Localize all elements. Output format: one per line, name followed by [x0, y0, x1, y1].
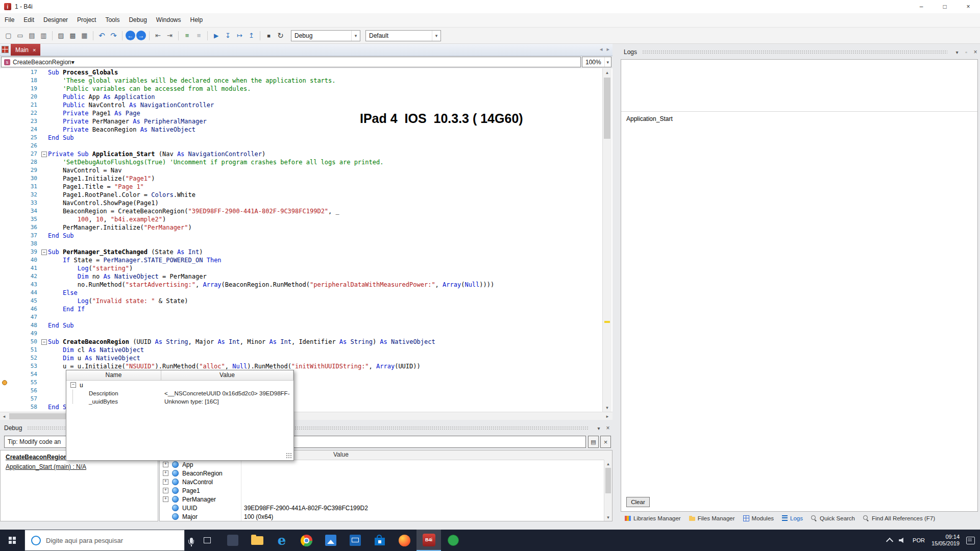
scroll-left-icon[interactable] [0, 412, 8, 420]
collapse-icon[interactable] [41, 152, 47, 157]
paste-code-button[interactable] [588, 436, 599, 448]
code-line[interactable]: 42 Dim no As NativeObject = PerManager [0, 272, 612, 281]
code-line[interactable]: 52 Dim u As NativeObject [0, 354, 612, 362]
run-icon[interactable] [211, 30, 222, 41]
tab-logs[interactable]: Logs [778, 513, 807, 523]
start-button[interactable] [0, 530, 24, 551]
chevron-down-icon[interactable] [604, 57, 611, 67]
code-line[interactable]: 36 PerManager.Initialize("PerManager") [0, 223, 612, 232]
code-line[interactable]: 27Private Sub Application_Start (Nav As … [0, 150, 612, 158]
code-line[interactable]: 48End Sub [0, 321, 612, 330]
code-line[interactable]: 46 End If [0, 305, 612, 313]
menu-item-project[interactable]: Project [72, 13, 101, 27]
code-line[interactable]: 37End Sub [0, 232, 612, 240]
forward-icon[interactable] [136, 31, 146, 40]
taskbar-app-system[interactable] [220, 530, 245, 551]
code-line[interactable]: 43 no.RunMethod("startAdvertising:", Arr… [0, 281, 612, 289]
menu-item-help[interactable]: Help [186, 13, 208, 27]
value-column-header[interactable]: Value [161, 370, 293, 381]
undo-icon[interactable] [96, 30, 107, 41]
minimize-button[interactable]: – [910, 0, 933, 13]
datatip-row[interactable]: _uuidBytesUnknown type: [16C] [66, 397, 293, 406]
build-config-combo[interactable]: Default [365, 30, 441, 41]
expand-icon[interactable] [163, 488, 168, 493]
menu-item-windows[interactable]: Windows [152, 13, 186, 27]
variable-row[interactable]: Major100 (0x64) [160, 512, 612, 521]
code-line[interactable]: 25End Sub [0, 134, 612, 142]
chevron-down-icon[interactable] [71, 59, 75, 66]
maximize-button[interactable]: □ [933, 0, 957, 13]
member-selector-combo[interactable]: s CreateBeaconRegion [1, 57, 581, 67]
tab-close-icon[interactable] [33, 47, 36, 53]
variable-row[interactable]: UUID39ED98FF-2900-441A-802F-9C398FC199D2 [160, 504, 612, 512]
menu-item-file[interactable]: File [0, 13, 19, 27]
close-button[interactable]: × [957, 0, 980, 13]
code-line[interactable]: 28 'SetDebugAutoFlushLogs(True) 'Uncomme… [0, 158, 612, 166]
comment-icon[interactable] [182, 30, 192, 41]
stack-frame-link[interactable]: Application_Start (main) : N/A [6, 463, 153, 470]
clear-logs-button[interactable]: Clear [626, 497, 650, 507]
code-line[interactable]: 51 Dim cl As NativeObject [0, 346, 612, 354]
scrollbar-thumb[interactable] [604, 78, 610, 139]
scroll-right-icon[interactable] [606, 46, 609, 53]
clear-input-button[interactable] [600, 436, 611, 448]
code-line[interactable]: 30 Page1.Initialize("Page1") [0, 174, 612, 183]
variables-scrollbar[interactable] [604, 460, 612, 521]
menu-item-debug[interactable]: Debug [124, 13, 151, 27]
menu-item-designer[interactable]: Designer [39, 13, 72, 27]
pin-icon[interactable] [962, 48, 971, 56]
new-icon[interactable] [3, 30, 14, 41]
code-line[interactable]: 32 Page1.RootPanel.Color = Colors.White [0, 191, 612, 199]
code-line[interactable]: 33 NavControl.ShowPage(Page1) [0, 199, 612, 207]
microphone-button[interactable] [185, 530, 198, 551]
code-line[interactable]: 38 [0, 240, 612, 248]
stop-icon[interactable] [263, 30, 274, 41]
variable-row[interactable]: NavControl [160, 478, 612, 486]
speaker-icon[interactable] [899, 537, 906, 543]
tab-files[interactable]: Files Manager [685, 513, 739, 523]
tab-modules[interactable]: Modules [739, 513, 778, 523]
chevron-down-icon[interactable] [351, 31, 360, 41]
taskbar-app-firefox[interactable] [392, 530, 416, 551]
code-line[interactable]: 20 Public App As Application [0, 93, 612, 101]
step-over-icon[interactable] [234, 30, 245, 41]
code-line[interactable]: 40 If State = PerManager.STATE_POWERED_O… [0, 256, 612, 264]
chevron-down-icon[interactable] [952, 48, 962, 56]
step-into-icon[interactable] [223, 30, 233, 41]
tray-expand-icon[interactable] [886, 537, 893, 544]
chevron-down-icon[interactable] [594, 424, 603, 432]
code-editor[interactable]: 17Sub Process_Globals18 'These global va… [0, 68, 612, 412]
taskbar-app-android[interactable] [441, 530, 465, 551]
tab-libraries[interactable]: Libraries Manager [621, 513, 685, 523]
clock[interactable]: 09:14 15/05/2019 [932, 534, 960, 547]
taskbar-app-photos[interactable] [318, 530, 343, 551]
copy-icon[interactable] [67, 30, 78, 41]
paste-icon[interactable] [79, 30, 90, 41]
tab-findref[interactable]: Find All References (F7) [859, 513, 939, 523]
taskbar-app-mail[interactable] [343, 530, 368, 551]
code-line[interactable]: 26 [0, 142, 612, 150]
expand-icon[interactable] [163, 470, 168, 476]
expand-icon[interactable] [163, 479, 168, 485]
collapse-icon[interactable] [41, 249, 47, 255]
menu-item-tools[interactable]: Tools [101, 13, 124, 27]
variable-row[interactable]: App [160, 460, 612, 469]
expand-icon[interactable] [163, 496, 168, 502]
scroll-down-icon[interactable] [603, 404, 611, 412]
code-line[interactable]: 17Sub Process_Globals [0, 68, 612, 77]
expand-icon[interactable] [163, 462, 168, 467]
taskbar-app-b4i[interactable]: B4i [416, 530, 441, 551]
datatip-root-row[interactable]: u [66, 381, 293, 389]
datatip-row[interactable]: Description<__NSConcreteUUID 0x16d5d2c0>… [66, 389, 293, 397]
scroll-right-icon[interactable] [603, 412, 611, 420]
resize-grip[interactable] [286, 453, 292, 459]
collapse-icon[interactable] [41, 339, 47, 345]
code-line[interactable]: 18 'These global variables will be decla… [0, 77, 612, 85]
language-indicator[interactable]: POR [913, 537, 925, 543]
close-icon[interactable] [971, 48, 980, 56]
task-view-button[interactable] [198, 530, 216, 551]
action-center-icon[interactable] [966, 537, 975, 544]
code-line[interactable]: 39Sub PerManager_StateChanged (State As … [0, 248, 612, 256]
taskbar-app-edge[interactable] [270, 530, 294, 551]
modules-grid-icon[interactable] [2, 46, 9, 53]
